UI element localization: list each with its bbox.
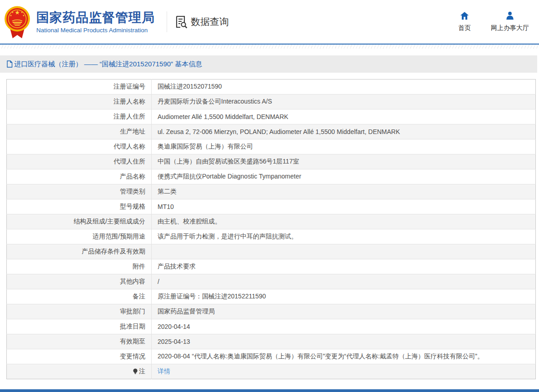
header-divider (167, 11, 167, 32)
table-row: 代理人住所 中国（上海）自由贸易试验区美盛路56号1层117室 (7, 154, 536, 169)
org-name-en: National Medical Products Administration (36, 27, 155, 34)
nav-item-home-label: 首页 (458, 24, 471, 32)
table-row: 批准日期 2020-04-14 (7, 319, 536, 334)
spacer (0, 49, 539, 55)
row-value: 原注册证编号：国械注进20152211590 (152, 289, 536, 304)
row-value: 2020-04-14 (152, 319, 536, 334)
row-label: 批准日期 (7, 319, 152, 334)
row-value: 国械注进20152071590 (152, 79, 536, 94)
svg-text:★: ★ (21, 11, 23, 14)
row-label-text: 生产地址 (120, 128, 145, 135)
row-label: 备注 (7, 289, 152, 304)
site-header: ★ ★ ★ ★ ★ 国家药品监督管理局 National Medical Pro… (0, 0, 539, 44)
row-value: MT10 (152, 199, 536, 214)
footer-bar (0, 389, 539, 392)
nav-item-service-hall[interactable]: 网上办事大厅 (491, 11, 529, 32)
row-label: 注 (7, 364, 152, 379)
row-value: Audiometer Allé 1,5500 Middelfart, DENMA… (152, 109, 536, 124)
row-label: 结构及组成/主要组成成分 (7, 214, 152, 229)
org-name-zh: 国家药品监督管理局 (36, 10, 155, 25)
svg-text:★: ★ (22, 14, 25, 17)
table-row: 注册人住所 Audiometer Allé 1,5500 Middelfart,… (7, 109, 536, 124)
document-search-icon (174, 15, 188, 29)
row-value: 国家药品监督管理局 (152, 304, 536, 319)
table-row: 审批部门 国家药品监督管理局 (7, 304, 536, 319)
hatch-strip (0, 45, 539, 49)
row-value: 丹麦国际听力设备公司Interacoustics A/S (152, 94, 536, 109)
row-label: 生产地址 (7, 124, 152, 139)
row-label-text: 审批部门 (120, 308, 145, 315)
row-label-text: 代理人名称 (114, 143, 145, 150)
row-label: 注册证编号 (7, 79, 152, 94)
document-icon (6, 60, 13, 68)
table-row: 注 详情 (7, 364, 536, 379)
table-row: 有效期至 2025-04-13 (7, 334, 536, 349)
row-label: 附件 (7, 259, 152, 274)
table-row: 注册人名称 丹麦国际听力设备公司Interacoustics A/S (7, 94, 536, 109)
row-label-text: 适用范围/预期用途 (93, 233, 145, 240)
row-label: 有效期至 (7, 334, 152, 349)
national-emblem-logo: ★ ★ ★ ★ ★ (4, 3, 31, 40)
row-label-text: 结构及组成/主要组成成分 (74, 218, 145, 225)
row-value: 奥迪康国际贸易（上海）有限公司 (152, 139, 536, 154)
row-label-text: 注 (139, 367, 145, 375)
data-query-label: 数据查询 (191, 15, 229, 28)
row-label-text: 变更情况 (120, 352, 145, 360)
row-label: 代理人住所 (7, 154, 152, 169)
row-value: 详情 (152, 364, 536, 379)
detail-link[interactable]: 详情 (158, 367, 170, 375)
row-value: / (152, 274, 536, 289)
registration-info-table: 注册证编号 国械注进20152071590 注册人名称 丹麦国际听力设备公司In… (6, 79, 536, 379)
row-value: ul. Zeusa 2, 72-006 Mierzyn, POLAND; Aud… (152, 124, 536, 139)
nav-item-service-hall-label: 网上办事大厅 (491, 24, 529, 32)
row-label-text: 注册人住所 (114, 113, 145, 120)
row-label: 型号规格 (7, 199, 152, 214)
svg-text:★: ★ (11, 11, 14, 14)
table-row: 代理人名称 奥迪康国际贸易（上海）有限公司 (7, 139, 536, 154)
row-label-text: 批准日期 (120, 323, 145, 330)
row-label: 适用范围/预期用途 (7, 229, 152, 244)
row-label: 管理类别 (7, 184, 152, 199)
header-nav: 首页 网上办事大厅 (458, 11, 529, 32)
row-value: 该产品用于听力检测，是进行中耳的声阻抗测试。 (152, 229, 536, 244)
row-label: 注册人名称 (7, 94, 152, 109)
table-row: 变更情况 2020-08-04 “代理人名称:奥迪康国际贸易（上海）有限公司”变… (7, 349, 536, 364)
note-bulb-icon (133, 368, 138, 374)
svg-text:★: ★ (10, 14, 12, 17)
row-label-text: 备注 (133, 293, 145, 300)
row-label-text: 附件 (133, 263, 145, 270)
row-label-text: 产品储存条件及有效期 (82, 248, 145, 255)
org-title-block: 国家药品监督管理局 National Medical Products Admi… (36, 10, 155, 34)
table-row: 注册证编号 国械注进20152071590 (7, 79, 536, 94)
nav-item-home[interactable]: 首页 (458, 11, 471, 32)
home-icon (460, 11, 470, 21)
data-query-title: 数据查询 (174, 15, 229, 29)
row-label-text: 代理人住所 (114, 158, 145, 165)
row-label-text: 型号规格 (120, 203, 145, 210)
page: ★ ★ ★ ★ ★ 国家药品监督管理局 National Medical Pro… (0, 0, 539, 392)
row-label-text: 注册人名称 (114, 98, 145, 105)
table-row: 产品储存条件及有效期 (7, 244, 536, 259)
spacer (0, 73, 539, 79)
breadcrumb-text: 进口医疗器械（注册） —— “国械注进20152071590” 基本信息 (14, 60, 202, 69)
row-value: 中国（上海）自由贸易试验区美盛路56号1层117室 (152, 154, 536, 169)
table-row: 产品名称 便携式声阻抗仪Portable Diagnostic Tympanom… (7, 169, 536, 184)
row-value: 2020-08-04 “代理人名称:奥迪康国际贸易（上海）有限公司”变更为“代理… (152, 349, 536, 364)
row-label: 变更情况 (7, 349, 152, 364)
row-value: 2025-04-13 (152, 334, 536, 349)
row-label-text: 产品名称 (120, 173, 145, 180)
row-label: 产品名称 (7, 169, 152, 184)
row-label-text: 其他内容 (120, 278, 145, 285)
table-row: 生产地址 ul. Zeusa 2, 72-006 Mierzyn, POLAND… (7, 124, 536, 139)
table-row: 适用范围/预期用途 该产品用于听力检测，是进行中耳的声阻抗测试。 (7, 229, 536, 244)
row-label: 审批部门 (7, 304, 152, 319)
table-row: 备注 原注册证编号：国械注进20152211590 (7, 289, 536, 304)
table-row: 结构及组成/主要组成成分 由主机、校准腔组成。 (7, 214, 536, 229)
row-label-text: 有效期至 (120, 337, 145, 345)
row-value: 由主机、校准腔组成。 (152, 214, 536, 229)
row-label: 产品储存条件及有效期 (7, 244, 152, 259)
table-row: 管理类别 第二类 (7, 184, 536, 199)
row-label-text: 管理类别 (120, 188, 145, 195)
info-table-body: 注册证编号 国械注进20152071590 注册人名称 丹麦国际听力设备公司In… (7, 79, 536, 379)
row-value: 产品技术要求 (152, 259, 536, 274)
